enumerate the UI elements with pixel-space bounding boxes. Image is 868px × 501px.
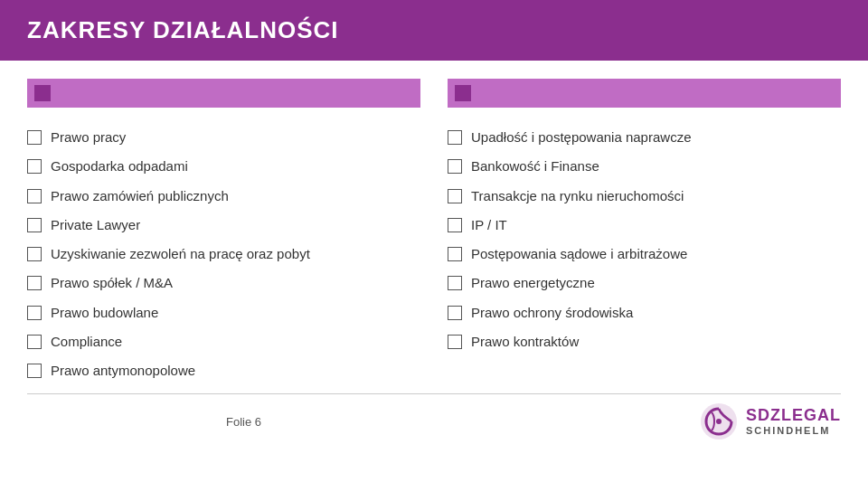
checkbox-right-7[interactable] (448, 335, 462, 349)
checkbox-left-1[interactable] (27, 159, 42, 174)
right-column: Upadłość i postępowania naprawcze Bankow… (448, 79, 841, 384)
right-item-text-2: Transakcje na rynku nieruchomości (471, 187, 684, 205)
checkbox-left-7[interactable] (27, 335, 42, 349)
left-item-text-0: Prawo pracy (51, 128, 126, 147)
left-list-item[interactable]: Private Lawyer (27, 212, 420, 239)
right-col-header (448, 79, 841, 108)
right-item-text-1: Bankowość i Finanse (471, 157, 599, 175)
left-list-item[interactable]: Prawo antymonopolowe (27, 357, 420, 384)
footer: Folie 6 SDZLEGAL SCHINDHELM (0, 394, 868, 449)
svg-point-1 (716, 419, 722, 424)
checkbox-right-3[interactable] (448, 218, 462, 232)
right-item-list: Upadłość i postępowania naprawcze Bankow… (448, 124, 841, 355)
right-list-item[interactable]: Prawo kontraktów (448, 328, 841, 355)
checkbox-right-0[interactable] (448, 130, 462, 145)
logo-text: SDZLEGAL SCHINDHELM (746, 407, 841, 436)
left-list-item[interactable]: Gospodarka odpadami (27, 153, 420, 180)
right-item-text-7: Prawo kontraktów (471, 333, 579, 351)
left-col-header-icon (34, 85, 51, 101)
right-item-text-5: Prawo energetyczne (471, 274, 595, 292)
checkbox-right-1[interactable] (448, 159, 462, 174)
left-item-text-2: Prawo zamówień publicznych (51, 187, 229, 205)
checkbox-left-3[interactable] (27, 218, 42, 232)
left-item-text-5: Prawo spółek / M&A (51, 274, 173, 292)
left-list-item[interactable]: Prawo budowlane (27, 299, 420, 326)
right-item-text-4: Postępowania sądowe i arbitrażowe (471, 245, 687, 263)
left-column: Prawo pracy Gospodarka odpadami Prawo za… (27, 79, 420, 384)
checkbox-left-0[interactable] (27, 130, 42, 145)
checkbox-left-4[interactable] (27, 247, 42, 261)
logo-area: SDZLEGAL SCHINDHELM (699, 402, 841, 441)
checkbox-right-4[interactable] (448, 247, 462, 261)
left-list-item[interactable]: Prawo pracy (27, 124, 420, 151)
left-item-text-3: Private Lawyer (51, 216, 140, 234)
left-list-item[interactable]: Prawo spółek / M&A (27, 269, 420, 297)
folie-text: Folie 6 (226, 415, 261, 429)
right-item-text-3: IP / IT (471, 216, 507, 234)
left-item-text-8: Prawo antymonopolowe (51, 362, 195, 380)
checkbox-left-6[interactable] (27, 306, 42, 320)
left-list-item[interactable]: Prawo zamówień publicznych (27, 183, 420, 210)
left-list-item[interactable]: Uzyskiwanie zezwoleń na pracę oraz pobyt (27, 241, 420, 268)
left-col-header (27, 79, 420, 108)
checkbox-left-5[interactable] (27, 276, 42, 290)
main-content: Prawo pracy Gospodarka odpadami Prawo za… (0, 61, 868, 393)
header: ZAKRESY DZIAŁALNOŚCI (0, 0, 868, 61)
checkbox-right-6[interactable] (448, 306, 462, 320)
left-list-item[interactable]: Compliance (27, 328, 420, 355)
right-col-header-icon (455, 85, 471, 101)
left-item-text-7: Compliance (51, 333, 122, 351)
logo-icon (699, 402, 739, 441)
logo-schindhelm: SCHINDHELM (746, 425, 841, 436)
right-list-item[interactable]: IP / IT (448, 212, 841, 239)
right-item-text-0: Upadłość i postępowania naprawcze (471, 128, 691, 147)
left-item-text-6: Prawo budowlane (51, 304, 158, 322)
left-item-text-1: Gospodarka odpadami (51, 157, 188, 175)
right-list-item[interactable]: Bankowość i Finanse (448, 153, 841, 180)
right-list-item[interactable]: Prawo ochrony środowiska (448, 299, 841, 326)
right-list-item[interactable]: Transakcje na rynku nieruchomości (448, 183, 841, 210)
right-item-text-6: Prawo ochrony środowiska (471, 304, 633, 322)
checkbox-left-8[interactable] (27, 364, 42, 378)
checkbox-right-2[interactable] (448, 189, 462, 203)
right-list-item[interactable]: Upadłość i postępowania naprawcze (448, 124, 841, 151)
right-list-item[interactable]: Postępowania sądowe i arbitrażowe (448, 241, 841, 268)
header-title: ZAKRESY DZIAŁALNOŚCI (27, 16, 339, 43)
logo-sdz: SDZLEGAL (746, 407, 841, 425)
checkbox-left-2[interactable] (27, 189, 42, 203)
checkbox-right-5[interactable] (448, 276, 462, 290)
left-item-list: Prawo pracy Gospodarka odpadami Prawo za… (27, 124, 420, 384)
left-item-text-4: Uzyskiwanie zezwoleń na pracę oraz pobyt (51, 245, 310, 263)
right-list-item[interactable]: Prawo energetyczne (448, 269, 841, 297)
